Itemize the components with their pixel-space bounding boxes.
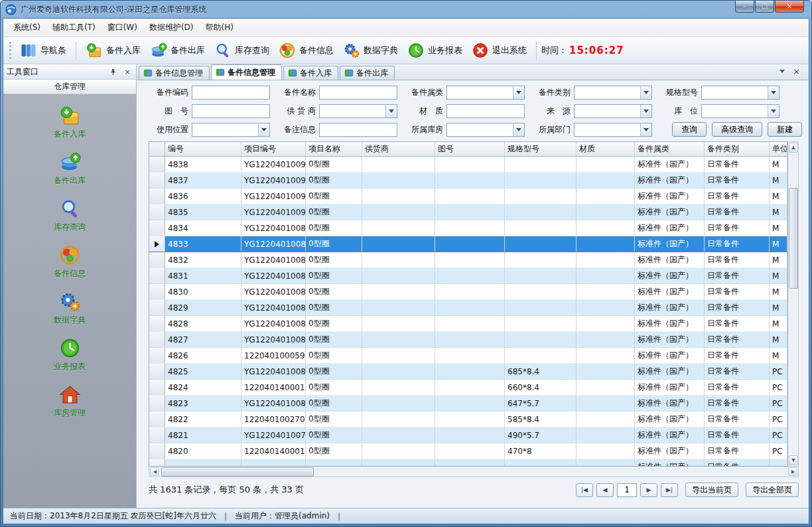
new-button[interactable]: 新建 (768, 122, 802, 137)
row-selector[interactable] (149, 427, 165, 443)
toolbar-parts-outbound-button[interactable]: 备件出库 (145, 40, 210, 61)
source-select[interactable] (574, 104, 652, 118)
row-selector[interactable] (149, 268, 165, 283)
column-header[interactable]: 项目编号 (241, 142, 306, 157)
warehouse-select[interactable] (446, 123, 525, 137)
location-select[interactable] (701, 104, 779, 118)
dropdown-button[interactable] (640, 123, 651, 136)
dropdown-button[interactable] (513, 86, 524, 99)
page-number-input[interactable] (617, 483, 637, 497)
row-selector[interactable] (149, 300, 165, 315)
sidebar-item-business-report[interactable]: 业务报表 (54, 337, 86, 372)
material-input[interactable] (446, 104, 525, 118)
table-row[interactable]: 4836YG122040100910型圈标准件（国产）日常备件M (149, 188, 787, 204)
close-button[interactable]: × (775, 1, 804, 13)
menu-tools[interactable]: 辅助工具(T) (46, 19, 102, 37)
sidebar-item-data-dictionary[interactable]: 数据字典 (54, 291, 86, 326)
last-page-button[interactable]: ▶| (661, 483, 678, 497)
table-row[interactable]: 482612204010005990型圈标准件（国产）日常备件M (149, 348, 787, 364)
horizontal-scrollbar[interactable] (149, 467, 799, 477)
parts-code-input[interactable] (192, 86, 270, 100)
table-row[interactable]: 4831YG122040100860型圈标准件（国产）日常备件M (149, 268, 787, 284)
row-selector[interactable] (149, 204, 165, 220)
tab-close-icon[interactable]: × (793, 67, 800, 76)
dropdown-button[interactable] (385, 105, 397, 117)
menu-system[interactable]: 系统(S) (7, 19, 46, 37)
column-header[interactable]: 材质 (576, 142, 635, 157)
sidebar-item-inventory-query[interactable]: 库存查询 (54, 198, 86, 233)
dropdown-button[interactable] (640, 86, 651, 99)
table-row[interactable]: 4825YG122040100810型圈685*8.4标准件（国产）日常备件PC (149, 364, 787, 380)
menu-data-maintenance[interactable]: 数据维护(D) (143, 19, 200, 37)
scroll-up-icon[interactable] (789, 143, 798, 153)
toolbar-inventory-query-button[interactable]: 库存查询 (210, 40, 274, 61)
tab-list-chevron-icon[interactable] (779, 70, 785, 73)
row-selector[interactable] (149, 443, 165, 459)
table-row[interactable]: 482412204014000120型圈660*8.4标准件（国产）日常备件PC (149, 380, 787, 396)
row-selector[interactable] (149, 348, 165, 363)
use-position-select[interactable] (192, 123, 270, 137)
dropdown-button[interactable] (768, 86, 779, 99)
table-row[interactable]: 4830YG122040100850型圈标准件（国产）日常备件M (149, 284, 787, 300)
horizontal-scroll-thumb[interactable] (161, 467, 314, 477)
tab-parts-inbound[interactable]: 备件入库 (283, 66, 338, 80)
row-selector[interactable] (149, 396, 165, 411)
row-selector[interactable] (149, 380, 165, 395)
maximize-button[interactable]: □ (755, 1, 774, 13)
pin-icon[interactable] (107, 66, 118, 77)
table-row[interactable]: 4821YG122040100790型圈490*5.7标准件（国产）日常备件PC (149, 427, 787, 443)
vertical-scroll-track[interactable] (789, 153, 798, 455)
sidebar-item-warehouse-manage[interactable]: 库房管理 (54, 384, 86, 419)
sidebar-item-parts-outbound[interactable]: 备件出库 (54, 151, 86, 187)
table-row[interactable]: 482212204010027000型圈585*8.4标准件（国产）日常备件PC (149, 412, 787, 427)
titlebar[interactable]: 广州爱奇迪软件科技有限公司-深田之星仓库管理系统 – □ × (3, 1, 809, 18)
menu-help[interactable]: 帮助(H) (200, 19, 239, 37)
toolbar-exit-system-button[interactable]: 退出系统 (467, 40, 531, 61)
minimize-button[interactable]: – (735, 1, 754, 13)
tab-parts-outbound[interactable]: 备件出库 (340, 66, 395, 80)
sidebar-item-parts-info[interactable]: 备件信息 (54, 244, 86, 279)
table-row[interactable]: 4838YG122040100930型圈标准件（国产）日常备件M (149, 157, 787, 173)
toolbar-business-report-button[interactable]: 业务报表 (403, 40, 467, 61)
column-header[interactable]: 供货商 (362, 142, 435, 157)
column-header[interactable]: 备件类别 (705, 142, 770, 157)
vertical-scroll-thumb[interactable] (789, 188, 798, 289)
first-page-button[interactable]: |◀ (576, 483, 593, 497)
column-header[interactable]: 编号 (165, 142, 241, 157)
dropdown-button[interactable] (513, 123, 524, 136)
remark-input[interactable] (319, 123, 397, 137)
table-row[interactable]: 标准件（国产）日常备件 (149, 459, 787, 466)
tab-parts-info-manage-2[interactable]: 备件信息管理 (211, 64, 282, 80)
scroll-right-icon[interactable] (788, 467, 797, 476)
dropdown-button[interactable] (640, 105, 651, 117)
row-selector[interactable] (149, 459, 165, 466)
column-header[interactable]: 规格型号 (505, 142, 576, 157)
row-selector[interactable] (149, 412, 165, 427)
department-select[interactable] (574, 123, 652, 137)
supplier-select[interactable] (319, 104, 397, 118)
row-selector[interactable] (149, 284, 165, 299)
row-selector[interactable] (149, 364, 165, 379)
table-row[interactable]: 4837YG122040100920型圈标准件（国产）日常备件M (149, 173, 787, 188)
table-row[interactable]: 4829YG122040100840型圈标准件（国产）日常备件M (149, 300, 787, 316)
toolbar-navbar-button[interactable]: 导航条 (15, 40, 71, 61)
table-row[interactable]: 4832YG122040100870型圈标准件（国产）日常备件M (149, 252, 787, 268)
row-selector[interactable] (149, 332, 165, 347)
next-page-button[interactable]: ▶ (640, 483, 657, 497)
table-row[interactable]: 4834YG122040100890型圈标准件（国产）日常备件M (149, 220, 787, 236)
scroll-left-icon[interactable] (150, 467, 159, 476)
column-header[interactable]: 单位 (770, 142, 787, 157)
row-selector[interactable] (149, 188, 165, 204)
column-header[interactable]: 图号 (435, 142, 505, 157)
toolbar-parts-info-button[interactable]: 备件信息 (274, 40, 338, 61)
spec-model-select[interactable] (701, 86, 779, 100)
table-row[interactable]: 4827YG122040100820型圈标准件（国产）日常备件M (149, 332, 787, 348)
sidebar-item-parts-inbound[interactable]: 备件入库 (54, 105, 86, 140)
vertical-scrollbar[interactable] (788, 141, 799, 467)
row-selector[interactable] (149, 316, 165, 331)
column-header[interactable]: 项目名称 (306, 142, 362, 157)
table-row[interactable]: 4833YG122040100880型圈标准件（国产）日常备件M (149, 236, 787, 252)
drawing-no-input[interactable] (192, 104, 270, 118)
row-selector[interactable] (149, 157, 165, 172)
export-current-page-button[interactable]: 导出当前页 (685, 483, 738, 497)
